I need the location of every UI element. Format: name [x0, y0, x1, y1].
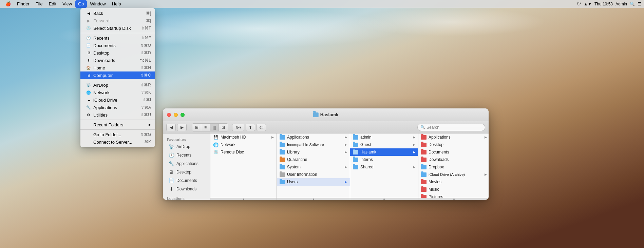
- sidebar-item-documents[interactable]: 📄 Documents: [164, 177, 209, 185]
- col4-dropbox[interactable]: Dropbox: [418, 163, 489, 171]
- minimize-button[interactable]: [174, 113, 178, 117]
- menu-documents[interactable]: 📄 Documents ⇧⌘O: [80, 42, 155, 49]
- menu-recents[interactable]: 🕐 Recents ⇧⌘F: [80, 34, 155, 42]
- menu-downloads[interactable]: ⬇ Downloads ⌥⌘L: [80, 57, 155, 64]
- menu-help[interactable]: Help: [109, 0, 124, 8]
- menu-connect-server[interactable]: Connect to Server... ⌘K: [80, 138, 155, 146]
- col3-guest[interactable]: Guest ▶: [350, 141, 418, 148]
- col4-pictures[interactable]: Pictures: [418, 193, 489, 198]
- view-options-btn[interactable]: ⚙▾: [232, 124, 244, 131]
- menu-goto-folder[interactable]: Go to Folder... ⇧⌘G: [80, 131, 155, 138]
- menu-window[interactable]: Window: [88, 0, 109, 8]
- col2-resize-handle[interactable]: [277, 198, 350, 200]
- col2-applications[interactable]: Applications ▶: [277, 133, 350, 141]
- icloud-label: iCloud Drive: [93, 98, 143, 103]
- menu-airdrop[interactable]: 📡 AirDrop ⇧⌘R: [80, 81, 155, 89]
- col2-apps-icon: [280, 135, 285, 140]
- desktop-label: Desktop: [93, 50, 140, 56]
- col4-music[interactable]: Music: [418, 186, 489, 193]
- col1-macintosh-hd[interactable]: 💾 Macintosh HD ▶: [210, 133, 277, 141]
- menu-applications[interactable]: 🔧 Applications ⇧⌘A: [80, 104, 155, 111]
- sidebar-item-downloads[interactable]: ⬇ Downloads: [164, 185, 209, 193]
- control-center-icon[interactable]: ☰: [638, 2, 641, 6]
- col2-quarantine[interactable]: Quarantine: [277, 156, 350, 163]
- col3-haslamk[interactable]: Haslamk ▶: [350, 148, 418, 156]
- col4-downloads[interactable]: Downloads: [418, 156, 489, 163]
- col4-movies[interactable]: Movies: [418, 178, 489, 186]
- col4-desktop[interactable]: Desktop: [418, 141, 489, 148]
- col2-users[interactable]: Users ▶: [277, 178, 350, 186]
- menu-edit[interactable]: Edit: [46, 0, 59, 8]
- forward-toolbar-btn[interactable]: ▶: [177, 124, 187, 131]
- tag-btn[interactable]: 🏷: [257, 124, 266, 131]
- action-btn[interactable]: ⬆: [246, 124, 255, 131]
- col4-apps-label: Applications: [429, 135, 451, 140]
- col4-icloud[interactable]: iCloud Drive (Archive) ▶: [418, 171, 489, 178]
- col3-interns-icon: [353, 157, 358, 162]
- menu-file[interactable]: File: [33, 0, 45, 8]
- sidebar-item-airdrop[interactable]: 📡 AirDrop: [164, 143, 209, 151]
- col2-system[interactable]: System ▶: [277, 163, 350, 171]
- back-toolbar-btn[interactable]: ◀: [166, 124, 176, 131]
- menu-finder[interactable]: Finder: [14, 0, 32, 8]
- col2-incompatible[interactable]: Incompatible Software ▶: [277, 141, 350, 148]
- menu-view[interactable]: View: [60, 0, 75, 8]
- gallery-view-btn[interactable]: ⊡: [219, 124, 228, 131]
- col1-resize-handle[interactable]: [210, 198, 277, 200]
- col4-resize-handle[interactable]: [418, 198, 489, 200]
- forward-label: Forward: [93, 18, 146, 23]
- col4-docs-icon: [421, 150, 427, 154]
- col3-resize-handle[interactable]: [350, 198, 418, 200]
- col2-user-info[interactable]: User Information: [277, 171, 350, 178]
- column-1: 💾 Macintosh HD ▶ 🌐 Network 💿 Remote Disc: [210, 133, 277, 198]
- list-view-btn[interactable]: ≡: [201, 124, 210, 131]
- column-view-btn[interactable]: |||: [210, 124, 219, 131]
- menu-desktop[interactable]: 🖥 Desktop ⇧⌘D: [80, 49, 155, 57]
- goto-folder-label: Go to Folder...: [93, 132, 140, 137]
- col2-quar-icon: [280, 157, 285, 162]
- col3-admin[interactable]: admin ▶: [350, 133, 418, 141]
- col2-resize-dot: [313, 199, 314, 200]
- menu-recent-folders[interactable]: Recent Folders: [80, 121, 155, 128]
- col4-documents[interactable]: Documents: [418, 148, 489, 156]
- col2-quar-label: Quarantine: [287, 157, 307, 162]
- col4-applications[interactable]: Applications ▶: [418, 133, 489, 141]
- sidebar-item-desktop[interactable]: 🖥 Desktop: [164, 168, 209, 176]
- col3-interns[interactable]: Interns: [350, 156, 418, 163]
- connect-server-label: Connect to Server...: [93, 140, 144, 145]
- col2-users-icon: [280, 180, 285, 184]
- col3-guest-label: Guest: [360, 142, 371, 147]
- desktop-icon: 🖥: [86, 51, 91, 55]
- menu-select-startup[interactable]: 💿 Select Startup Disk ⇧⌘T: [80, 24, 155, 32]
- col2-library[interactable]: Library ▶: [277, 148, 350, 156]
- col1-disc-label: Remote Disc: [221, 150, 244, 154]
- menu-icloud[interactable]: ☁ iCloud Drive ⇧⌘I: [80, 96, 155, 104]
- search-menubar-icon[interactable]: 🔍: [630, 2, 635, 6]
- col3-admin-icon: [353, 135, 358, 140]
- apple-menu[interactable]: 🍎: [3, 0, 14, 8]
- col4-pics-icon: [421, 194, 427, 198]
- menu-utilities[interactable]: ⚙ Utilities ⇧⌘U: [80, 111, 155, 119]
- col4-dl-label: Downloads: [429, 157, 449, 162]
- back-shortcut: ⌘[: [146, 11, 151, 16]
- menu-go[interactable]: Go: [75, 0, 87, 8]
- view-mode-buttons: ⊞ ≡ ||| ⊡: [192, 123, 228, 131]
- col3-shared[interactable]: Shared ▶: [350, 163, 418, 171]
- sidebar-item-recents[interactable]: 🕐 Recents: [164, 151, 209, 159]
- menu-home[interactable]: 🏠 Home ⇧⌘H: [80, 64, 155, 71]
- col1-remote-disc[interactable]: 💿 Remote Disc: [210, 148, 277, 156]
- menu-network[interactable]: 🌐 Network ⇧⌘K: [80, 89, 155, 96]
- forward-icon: ▶: [86, 19, 91, 23]
- sidebar-item-applications[interactable]: 🔧 Applications: [164, 160, 209, 168]
- col1-network[interactable]: 🌐 Network: [210, 141, 277, 148]
- fullscreen-button[interactable]: [181, 113, 185, 117]
- traffic-lights: [167, 113, 185, 117]
- search-box[interactable]: 🔍 Search: [417, 124, 485, 131]
- network-shortcut: ⇧⌘K: [141, 90, 151, 95]
- close-button[interactable]: [167, 113, 171, 117]
- menu-back[interactable]: ◀ Back ⌘[: [80, 9, 155, 17]
- window-toolbar: ◀ ▶ ⊞ ≡ ||| ⊡ ⚙▾ ⬆ 🏷 🔍 Search: [163, 121, 489, 133]
- menu-computer[interactable]: 🖥 Computer ⇧⌘C: [80, 71, 155, 79]
- icon-view-btn[interactable]: ⊞: [192, 124, 201, 131]
- search-icon: 🔍: [420, 125, 425, 129]
